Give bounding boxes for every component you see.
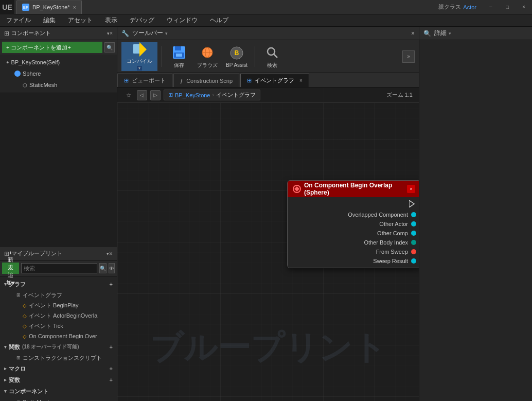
bp-section-variables-header[interactable]: ▸ 変数 +: [0, 374, 117, 386]
bp-breadcrumb: ⊞ BP_KeyStone › イベントグラフ: [164, 90, 260, 100]
breadcrumb-sep: ›: [212, 92, 214, 98]
tab-label: BP_KeyStone*: [32, 4, 70, 10]
pin-from-sweep-dot[interactable]: [411, 249, 416, 254]
section-graph-add[interactable]: +: [110, 281, 113, 287]
functions-expand-icon: ▾: [4, 344, 7, 350]
graph-area[interactable]: ☆ ◁ ▷ ⊞ BP_KeyStone › イベントグラフ ズーム 1:1 ブル…: [117, 88, 419, 401]
exec-out-pin[interactable]: [409, 200, 416, 209]
viewport-tab-icon: ⊞: [124, 77, 129, 84]
bp-tick[interactable]: ◇ イベント Tick: [0, 321, 117, 331]
bp-section-components-header[interactable]: ▾ コンポーネント: [0, 386, 117, 397]
breadcrumb-bar: ☆ ◁ ▷ ⊞ BP_KeyStone › イベントグラフ ズーム 1:1: [117, 88, 419, 103]
expand-icon: ▾: [4, 282, 7, 287]
bp-begin-play[interactable]: ◇ イベント BeginPlay: [0, 300, 117, 310]
maximize-btn[interactable]: □: [499, 0, 516, 14]
pin-other-comp-dot[interactable]: [411, 231, 416, 236]
menu-help[interactable]: ヘルプ: [208, 15, 230, 26]
tick-label: イベント Tick: [29, 322, 63, 330]
add-component-btn[interactable]: + コンポーネントを追加+: [2, 42, 102, 53]
menu-asset[interactable]: アセット: [66, 15, 95, 26]
components-search-btn[interactable]: 🔍: [104, 42, 115, 53]
comp-sphere[interactable]: ● Sphere: [0, 68, 117, 79]
bp-section-macros-header[interactable]: ▸ マクロ +: [0, 363, 117, 374]
event-graph-tab-icon: ⊞: [247, 77, 252, 84]
tab-viewport[interactable]: ⊞ ビューポート: [117, 74, 172, 87]
mybp-header: ⊞ マイブループリント ▾ ×: [0, 247, 117, 260]
save-btn[interactable]: 保存: [166, 42, 192, 71]
construction-tab-icon: ƒ: [180, 78, 183, 84]
nav-forward-btn[interactable]: ▷: [150, 90, 161, 100]
pin-sweep-result-dot[interactable]: [411, 258, 416, 264]
compile-dropdown[interactable]: ▾: [137, 66, 142, 71]
bp-construction-script[interactable]: ⊞ コンストラクションスクリプト: [0, 353, 117, 363]
search-icon[interactable]: 🔍: [99, 263, 107, 273]
eye-btn[interactable]: 👁: [109, 263, 115, 273]
section-functions-add[interactable]: +: [110, 344, 113, 350]
bp-event-graph[interactable]: ⊞ イベントグラフ: [0, 290, 117, 300]
pin-other-actor: Other Actor: [288, 219, 419, 229]
minimize-btn[interactable]: −: [483, 0, 499, 14]
section-variables-label: 変数: [9, 376, 20, 384]
pin-from-sweep: From Sweep: [288, 247, 419, 256]
pin-overlapped-label: Overlapped Component: [348, 212, 408, 218]
breadcrumb-bp-name[interactable]: BP_KeyStone: [175, 92, 210, 98]
tab-close-btn[interactable]: ×: [73, 5, 76, 10]
bp-comp-staticmesh[interactable]: ⬡ StaticMesh: [0, 397, 117, 401]
section-variables-add[interactable]: +: [110, 377, 113, 383]
toolbar-header: 🔧 ツールバー ▾ ×: [117, 27, 419, 40]
svg-text:B: B: [235, 49, 239, 57]
ue-logo: UE: [0, 0, 14, 14]
breadcrumb-graph-name: イベントグラフ: [216, 91, 256, 99]
menu-file[interactable]: ファイル: [4, 15, 33, 26]
parent-class-label: 親クラス: [438, 3, 461, 11]
menu-window[interactable]: ウィンドウ: [165, 15, 200, 26]
star-btn[interactable]: ☆: [123, 90, 134, 100]
mybp-close-btn[interactable]: ×: [109, 250, 113, 257]
save-label: 保存: [174, 62, 184, 69]
browse-btn[interactable]: ブラウズ: [194, 42, 221, 71]
menu-edit[interactable]: 編集: [41, 15, 58, 26]
exec-out-row: [288, 199, 419, 210]
bp-section-graph-header[interactable]: ▾ グラフ +: [0, 278, 117, 290]
svg-marker-13: [294, 186, 299, 191]
bp-assist-btn[interactable]: B BP Assist: [223, 42, 251, 71]
bp-on-component-begin[interactable]: ◇ On Component Begin Over: [0, 331, 117, 341]
pin-other-comp: Other Comp: [288, 229, 419, 238]
section-macros-add[interactable]: +: [110, 365, 113, 372]
bp-actor-begin-overlap[interactable]: ◇ イベント ActorBeginOverla: [0, 310, 117, 321]
components-panel: ⊞ コンポーネント ▾ × + コンポーネントを追加+ 🔍 ● BP_KeySt…: [0, 27, 117, 93]
comp-staticmesh[interactable]: ⬡ StaticMesh: [0, 79, 117, 91]
toolbar-close[interactable]: ×: [411, 30, 415, 37]
close-btn[interactable]: ×: [516, 0, 532, 14]
pin-other-comp-label: Other Comp: [377, 230, 408, 236]
compile-label: コンパイル: [127, 58, 152, 65]
new-btn[interactable]: + 新規追加▾: [2, 263, 19, 274]
bp-section-variables: ▸ 変数 +: [0, 374, 117, 386]
event-graph-tab-close[interactable]: ×: [299, 78, 303, 83]
bp-section-functions: ▾ 関数 (18 オーバーライド可能) + ⊞ コンストラクションスクリプト: [0, 341, 117, 363]
pin-other-body-dot[interactable]: [411, 240, 416, 245]
bp-tree: ▾ グラフ + ⊞ イベントグラフ ◇ イベント BeginPlay ◇ イ: [0, 276, 117, 401]
search-toolbar-btn[interactable]: 検索: [259, 42, 285, 71]
menu-view[interactable]: 表示: [103, 15, 119, 26]
tab-event-graph[interactable]: ⊞ イベントグラフ ×: [240, 74, 309, 87]
browse-icon: [199, 44, 216, 61]
bp-section-functions-header[interactable]: ▾ 関数 (18 オーバーライド可能) +: [0, 341, 117, 353]
toolbar-expand-btn[interactable]: »: [402, 50, 415, 63]
variables-expand-icon: ▸: [4, 377, 7, 382]
svg-marker-1: [139, 42, 147, 57]
pin-overlapped-dot[interactable]: [411, 212, 416, 217]
nav-back-btn[interactable]: ◁: [137, 90, 147, 100]
parent-class-area: 親クラス Actor: [432, 3, 483, 11]
components-close-btn[interactable]: ×: [110, 30, 113, 36]
tab-construction[interactable]: ƒ Construction Scrip: [173, 74, 239, 87]
comp-self[interactable]: ● BP_KeyStone(Self): [0, 57, 117, 68]
window-tab[interactable]: BP BP_KeyStone* ×: [16, 1, 82, 14]
pin-other-actor-dot[interactable]: [411, 221, 416, 226]
bp-search-input[interactable]: [21, 263, 97, 273]
parent-class-value[interactable]: Actor: [463, 4, 476, 10]
node-close-btn[interactable]: ×: [407, 185, 415, 193]
event-graph-label: イベントグラフ: [23, 291, 62, 299]
compile-btn[interactable]: コンパイル ▾: [121, 42, 157, 71]
menu-debug[interactable]: デバッグ: [128, 15, 156, 26]
